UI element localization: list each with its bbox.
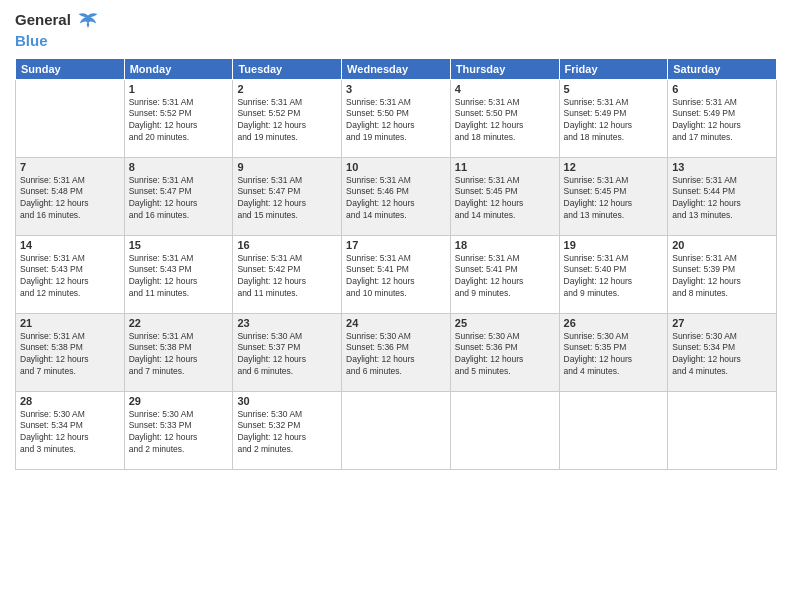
day-info: Sunrise: 5:31 AM Sunset: 5:45 PM Dayligh… <box>455 175 555 223</box>
calendar-day-cell: 17Sunrise: 5:31 AM Sunset: 5:41 PM Dayli… <box>342 235 451 313</box>
day-number: 28 <box>20 395 120 407</box>
day-number: 9 <box>237 161 337 173</box>
calendar-day-cell: 19Sunrise: 5:31 AM Sunset: 5:40 PM Dayli… <box>559 235 668 313</box>
logo-bird-icon <box>77 10 99 32</box>
day-number: 24 <box>346 317 446 329</box>
day-number: 20 <box>672 239 772 251</box>
calendar-week-row: 1Sunrise: 5:31 AM Sunset: 5:52 PM Daylig… <box>16 79 777 157</box>
day-info: Sunrise: 5:30 AM Sunset: 5:37 PM Dayligh… <box>237 331 337 379</box>
calendar-day-cell: 21Sunrise: 5:31 AM Sunset: 5:38 PM Dayli… <box>16 313 125 391</box>
day-number: 4 <box>455 83 555 95</box>
calendar-day-cell: 7Sunrise: 5:31 AM Sunset: 5:48 PM Daylig… <box>16 157 125 235</box>
day-number: 22 <box>129 317 229 329</box>
weekday-header-tuesday: Tuesday <box>233 58 342 79</box>
day-info: Sunrise: 5:31 AM Sunset: 5:52 PM Dayligh… <box>129 97 229 145</box>
calendar-day-cell: 30Sunrise: 5:30 AM Sunset: 5:32 PM Dayli… <box>233 391 342 469</box>
logo-general: General <box>15 11 71 28</box>
day-number: 21 <box>20 317 120 329</box>
calendar-empty-cell <box>16 79 125 157</box>
calendar-week-row: 7Sunrise: 5:31 AM Sunset: 5:48 PM Daylig… <box>16 157 777 235</box>
day-info: Sunrise: 5:31 AM Sunset: 5:43 PM Dayligh… <box>20 253 120 301</box>
day-info: Sunrise: 5:31 AM Sunset: 5:42 PM Dayligh… <box>237 253 337 301</box>
day-number: 29 <box>129 395 229 407</box>
calendar-day-cell: 22Sunrise: 5:31 AM Sunset: 5:38 PM Dayli… <box>124 313 233 391</box>
day-number: 7 <box>20 161 120 173</box>
calendar-day-cell: 20Sunrise: 5:31 AM Sunset: 5:39 PM Dayli… <box>668 235 777 313</box>
day-info: Sunrise: 5:31 AM Sunset: 5:43 PM Dayligh… <box>129 253 229 301</box>
day-number: 2 <box>237 83 337 95</box>
day-number: 8 <box>129 161 229 173</box>
calendar-day-cell: 23Sunrise: 5:30 AM Sunset: 5:37 PM Dayli… <box>233 313 342 391</box>
day-number: 16 <box>237 239 337 251</box>
calendar-empty-cell <box>559 391 668 469</box>
day-number: 3 <box>346 83 446 95</box>
logo-text: General Blue <box>15 10 101 50</box>
day-info: Sunrise: 5:30 AM Sunset: 5:32 PM Dayligh… <box>237 409 337 457</box>
day-number: 17 <box>346 239 446 251</box>
calendar-day-cell: 5Sunrise: 5:31 AM Sunset: 5:49 PM Daylig… <box>559 79 668 157</box>
weekday-header-sunday: Sunday <box>16 58 125 79</box>
day-number: 19 <box>564 239 664 251</box>
day-info: Sunrise: 5:31 AM Sunset: 5:52 PM Dayligh… <box>237 97 337 145</box>
day-info: Sunrise: 5:31 AM Sunset: 5:48 PM Dayligh… <box>20 175 120 223</box>
day-number: 12 <box>564 161 664 173</box>
day-number: 23 <box>237 317 337 329</box>
calendar-day-cell: 14Sunrise: 5:31 AM Sunset: 5:43 PM Dayli… <box>16 235 125 313</box>
calendar-empty-cell <box>342 391 451 469</box>
day-info: Sunrise: 5:31 AM Sunset: 5:47 PM Dayligh… <box>237 175 337 223</box>
day-number: 6 <box>672 83 772 95</box>
day-info: Sunrise: 5:31 AM Sunset: 5:38 PM Dayligh… <box>129 331 229 379</box>
day-info: Sunrise: 5:31 AM Sunset: 5:46 PM Dayligh… <box>346 175 446 223</box>
calendar-week-row: 28Sunrise: 5:30 AM Sunset: 5:34 PM Dayli… <box>16 391 777 469</box>
day-info: Sunrise: 5:31 AM Sunset: 5:39 PM Dayligh… <box>672 253 772 301</box>
calendar-day-cell: 26Sunrise: 5:30 AM Sunset: 5:35 PM Dayli… <box>559 313 668 391</box>
calendar-day-cell: 2Sunrise: 5:31 AM Sunset: 5:52 PM Daylig… <box>233 79 342 157</box>
day-number: 26 <box>564 317 664 329</box>
day-number: 18 <box>455 239 555 251</box>
calendar-week-row: 21Sunrise: 5:31 AM Sunset: 5:38 PM Dayli… <box>16 313 777 391</box>
day-info: Sunrise: 5:31 AM Sunset: 5:41 PM Dayligh… <box>346 253 446 301</box>
calendar-day-cell: 12Sunrise: 5:31 AM Sunset: 5:45 PM Dayli… <box>559 157 668 235</box>
calendar-day-cell: 29Sunrise: 5:30 AM Sunset: 5:33 PM Dayli… <box>124 391 233 469</box>
day-number: 11 <box>455 161 555 173</box>
calendar-week-row: 14Sunrise: 5:31 AM Sunset: 5:43 PM Dayli… <box>16 235 777 313</box>
calendar-day-cell: 8Sunrise: 5:31 AM Sunset: 5:47 PM Daylig… <box>124 157 233 235</box>
calendar-day-cell: 13Sunrise: 5:31 AM Sunset: 5:44 PM Dayli… <box>668 157 777 235</box>
calendar-day-cell: 24Sunrise: 5:30 AM Sunset: 5:36 PM Dayli… <box>342 313 451 391</box>
calendar-day-cell: 10Sunrise: 5:31 AM Sunset: 5:46 PM Dayli… <box>342 157 451 235</box>
calendar-empty-cell <box>450 391 559 469</box>
header: General Blue <box>15 10 777 50</box>
weekday-header-row: SundayMondayTuesdayWednesdayThursdayFrid… <box>16 58 777 79</box>
page: General Blue SundayMondayTuesdayWednesda… <box>0 0 792 612</box>
day-info: Sunrise: 5:31 AM Sunset: 5:49 PM Dayligh… <box>564 97 664 145</box>
calendar-day-cell: 11Sunrise: 5:31 AM Sunset: 5:45 PM Dayli… <box>450 157 559 235</box>
day-number: 30 <box>237 395 337 407</box>
day-info: Sunrise: 5:31 AM Sunset: 5:44 PM Dayligh… <box>672 175 772 223</box>
calendar-day-cell: 3Sunrise: 5:31 AM Sunset: 5:50 PM Daylig… <box>342 79 451 157</box>
calendar-empty-cell <box>668 391 777 469</box>
day-info: Sunrise: 5:30 AM Sunset: 5:33 PM Dayligh… <box>129 409 229 457</box>
day-info: Sunrise: 5:30 AM Sunset: 5:35 PM Dayligh… <box>564 331 664 379</box>
calendar-day-cell: 16Sunrise: 5:31 AM Sunset: 5:42 PM Dayli… <box>233 235 342 313</box>
day-number: 10 <box>346 161 446 173</box>
day-info: Sunrise: 5:31 AM Sunset: 5:50 PM Dayligh… <box>346 97 446 145</box>
day-number: 14 <box>20 239 120 251</box>
day-info: Sunrise: 5:30 AM Sunset: 5:34 PM Dayligh… <box>20 409 120 457</box>
calendar-table: SundayMondayTuesdayWednesdayThursdayFrid… <box>15 58 777 470</box>
day-info: Sunrise: 5:30 AM Sunset: 5:36 PM Dayligh… <box>455 331 555 379</box>
calendar-day-cell: 15Sunrise: 5:31 AM Sunset: 5:43 PM Dayli… <box>124 235 233 313</box>
logo-blue: Blue <box>15 32 48 49</box>
day-info: Sunrise: 5:31 AM Sunset: 5:41 PM Dayligh… <box>455 253 555 301</box>
weekday-header-wednesday: Wednesday <box>342 58 451 79</box>
weekday-header-friday: Friday <box>559 58 668 79</box>
calendar-day-cell: 28Sunrise: 5:30 AM Sunset: 5:34 PM Dayli… <box>16 391 125 469</box>
day-number: 13 <box>672 161 772 173</box>
day-info: Sunrise: 5:31 AM Sunset: 5:49 PM Dayligh… <box>672 97 772 145</box>
day-number: 27 <box>672 317 772 329</box>
day-info: Sunrise: 5:30 AM Sunset: 5:34 PM Dayligh… <box>672 331 772 379</box>
weekday-header-monday: Monday <box>124 58 233 79</box>
day-info: Sunrise: 5:30 AM Sunset: 5:36 PM Dayligh… <box>346 331 446 379</box>
day-number: 15 <box>129 239 229 251</box>
day-number: 5 <box>564 83 664 95</box>
day-info: Sunrise: 5:31 AM Sunset: 5:40 PM Dayligh… <box>564 253 664 301</box>
